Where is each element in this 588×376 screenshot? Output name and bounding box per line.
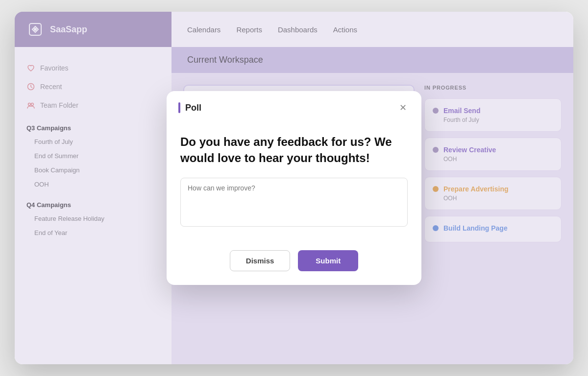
modal-title-bar: Poll bbox=[178, 102, 201, 113]
modal-title: Poll bbox=[185, 103, 201, 113]
modal-footer: Dismiss Submit bbox=[167, 240, 421, 285]
poll-modal: Poll ✕ Do you have any feedback for us? … bbox=[167, 91, 421, 285]
modal-body: Do you have any feedback for us? We woul… bbox=[167, 122, 421, 240]
modal-overlay: Poll ✕ Do you have any feedback for us? … bbox=[15, 12, 573, 364]
modal-accent-bar bbox=[178, 102, 180, 113]
submit-button[interactable]: Submit bbox=[298, 250, 358, 271]
feedback-textarea[interactable] bbox=[180, 178, 408, 227]
app-window: SaaSapp Calendars Reports Dashboards Act… bbox=[15, 12, 573, 364]
modal-header: Poll ✕ bbox=[167, 91, 421, 122]
modal-close-button[interactable]: ✕ bbox=[396, 101, 410, 115]
modal-question: Do you have any feedback for us? We woul… bbox=[180, 134, 408, 166]
dismiss-button[interactable]: Dismiss bbox=[230, 250, 291, 271]
